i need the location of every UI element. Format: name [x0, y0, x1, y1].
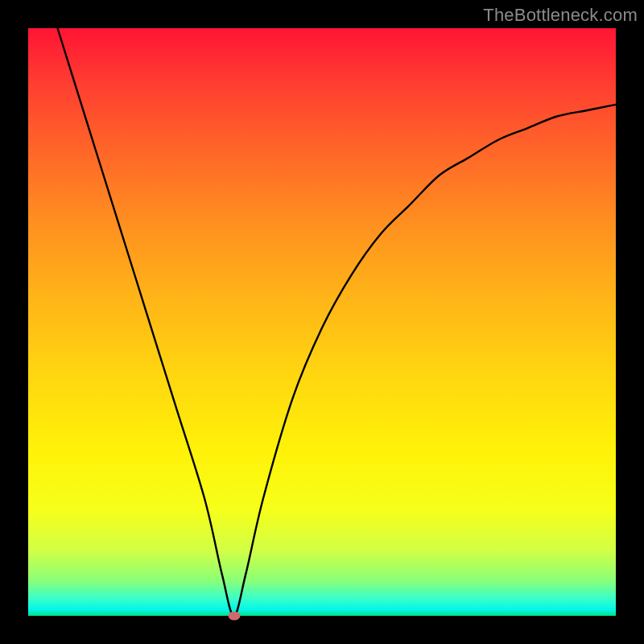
curve-svg — [28, 28, 616, 616]
watermark-text: TheBottleneck.com — [483, 5, 638, 26]
chart-frame: TheBottleneck.com — [0, 0, 644, 644]
optimal-marker — [228, 612, 240, 621]
bottleneck-curve — [58, 28, 617, 616]
plot-area — [28, 28, 616, 616]
